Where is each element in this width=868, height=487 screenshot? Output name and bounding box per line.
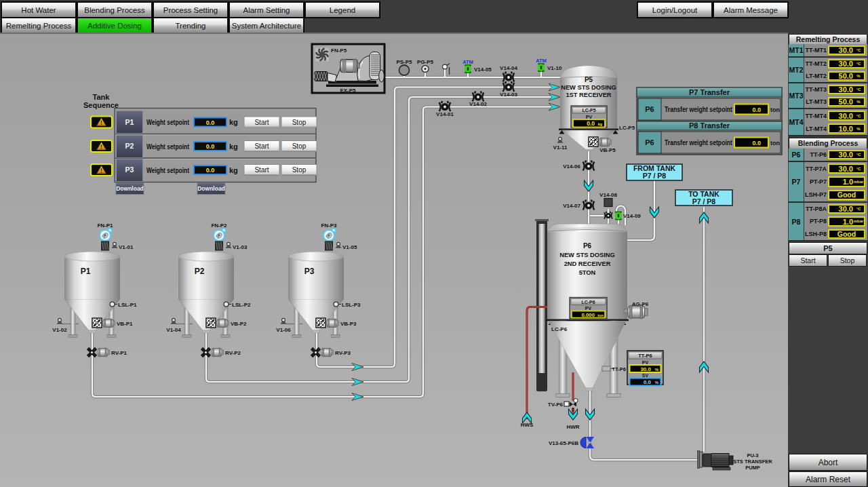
svg-text:kg: kg [229,142,238,151]
svg-text:0.000: 0.000 [581,312,595,318]
svg-text:V1-10: V1-10 [547,65,562,71]
svg-text:VB-P1: VB-P1 [117,321,133,327]
svg-text:LC-P5: LC-P5 [619,125,635,131]
svg-text:PV: PV [585,306,592,311]
svg-text:V1-05: V1-05 [342,244,357,250]
svg-text:P1: P1 [125,118,134,126]
svg-text:0.0: 0.0 [644,379,652,385]
svg-text:kg: kg [598,122,602,126]
svg-text:VB-P2: VB-P2 [231,321,247,327]
svg-text:PV: PV [642,360,649,365]
svg-text:FN-P3: FN-P3 [321,222,337,229]
svg-text:LC-P6: LC-P6 [581,300,595,305]
svg-text:P2: P2 [195,267,205,276]
svg-text:AG-P6: AG-P6 [632,301,649,307]
svg-text:HWS: HWS [521,422,534,428]
svg-text:Stop: Stop [292,119,307,126]
svg-text:0.0: 0.0 [587,120,595,127]
svg-text:2ND RECEIVER: 2ND RECEIVER [564,260,611,267]
svg-text:%: % [655,381,659,385]
svg-text:STS TRANSFER: STS TRANSFER [733,459,772,465]
svg-text:%: % [655,368,659,372]
svg-text:Weight setpoint: Weight setpoint [146,166,189,174]
svg-text:kg: kg [229,166,238,174]
svg-text:Download: Download [116,185,144,192]
svg-text:VB-P5: VB-P5 [599,147,616,153]
svg-text:1ST RECEIVER: 1ST RECEIVER [566,92,611,98]
svg-text:LC-P5: LC-P5 [582,108,595,113]
svg-text:Transfer weight setpoint: Transfer weight setpoint [665,105,732,113]
svg-text:P6: P6 [583,242,592,250]
svg-text:LSL-P2: LSL-P2 [232,302,251,308]
svg-text:FN-P2: FN-P2 [211,222,227,229]
svg-text:Stop: Stop [292,166,307,174]
svg-text:Start: Start [254,142,269,150]
svg-text:HWR: HWR [566,424,579,430]
svg-text:V1-02: V1-02 [52,327,67,333]
svg-text:PV: PV [586,115,593,119]
svg-text:P6: P6 [645,138,654,147]
svg-text:Stop: Stop [292,142,307,150]
svg-text:SV: SV [642,373,649,378]
svg-text:V1-11: V1-11 [553,144,568,151]
svg-text:FN-P1: FN-P1 [97,222,113,229]
svg-text:V14-08: V14-08 [599,192,617,198]
svg-text:EX-P5: EX-P5 [340,87,356,94]
svg-text:TT-P6: TT-P6 [638,353,652,359]
svg-text:V1-06: V1-06 [276,327,291,333]
svg-text:RV-P1: RV-P1 [111,350,127,356]
svg-text:0.0: 0.0 [752,106,761,113]
svg-text:0.0: 0.0 [206,119,215,126]
svg-text:0.0: 0.0 [206,167,215,174]
svg-text:V14-05: V14-05 [474,66,492,73]
svg-text:NEW STS DOSING: NEW STS DOSING [559,252,615,258]
svg-text:P8 Transfer: P8 Transfer [689,121,730,130]
svg-text:P7 Transfer: P7 Transfer [689,88,730,96]
svg-text:Start: Start [254,166,269,174]
svg-text:Transfer weight setpoint: Transfer weight setpoint [665,138,732,147]
svg-text:LSL-P1: LSL-P1 [118,302,137,308]
svg-text:NEW STS DOSING: NEW STS DOSING [561,84,616,91]
svg-text:V14-04: V14-04 [500,65,517,71]
svg-text:V14-07: V14-07 [563,203,580,209]
svg-text:LC-P6: LC-P6 [551,326,568,332]
svg-text:P3: P3 [304,267,315,276]
svg-text:V14-06: V14-06 [563,163,580,170]
svg-text:P2: P2 [125,142,134,150]
svg-text:P5: P5 [585,76,593,83]
svg-text:PUMP: PUMP [745,465,760,471]
svg-text:V1-04: V1-04 [166,327,181,333]
svg-text:PU-3: PU-3 [747,452,758,459]
svg-text:TV-P6: TV-P6 [548,402,564,408]
svg-text:P7 / P8: P7 / P8 [692,197,716,206]
svg-text:Sequence: Sequence [83,101,119,109]
svg-text:ton: ton [770,106,780,113]
svg-text:V14-03: V14-03 [500,92,517,98]
svg-text:V13-65-P6B: V13-65-P6B [549,440,578,446]
svg-text:ton: ton [597,313,604,317]
svg-text:V14-02: V14-02 [469,101,487,107]
svg-text:V14-09: V14-09 [623,213,641,219]
svg-text:PS-P5: PS-P5 [396,59,412,65]
svg-text:30.0: 30.0 [640,366,651,372]
svg-text:0.0: 0.0 [752,140,761,147]
svg-text:V1-03: V1-03 [233,244,248,250]
svg-text:Weight setpoint: Weight setpoint [146,118,189,126]
svg-text:ATM: ATM [462,59,473,65]
svg-text:RV-P2: RV-P2 [225,350,241,356]
svg-text:VB-P3: VB-P3 [340,321,357,327]
svg-text:ton: ton [770,140,780,147]
svg-text:V14-01: V14-01 [436,111,454,117]
svg-text:Tank: Tank [93,93,111,101]
svg-text:5TON: 5TON [579,269,596,276]
svg-text:LSL-P3: LSL-P3 [342,302,361,308]
svg-text:ATM: ATM [536,58,547,64]
svg-text:P1: P1 [81,267,91,276]
svg-text:FN-P5: FN-P5 [331,47,347,54]
svg-text:TT-P6: TT-P6 [612,366,626,372]
svg-text:Download: Download [197,185,225,192]
svg-text:Start: Start [254,119,269,126]
svg-text:0.0: 0.0 [206,143,215,150]
svg-text:RV-P3: RV-P3 [335,350,351,356]
svg-text:kg: kg [229,118,238,126]
